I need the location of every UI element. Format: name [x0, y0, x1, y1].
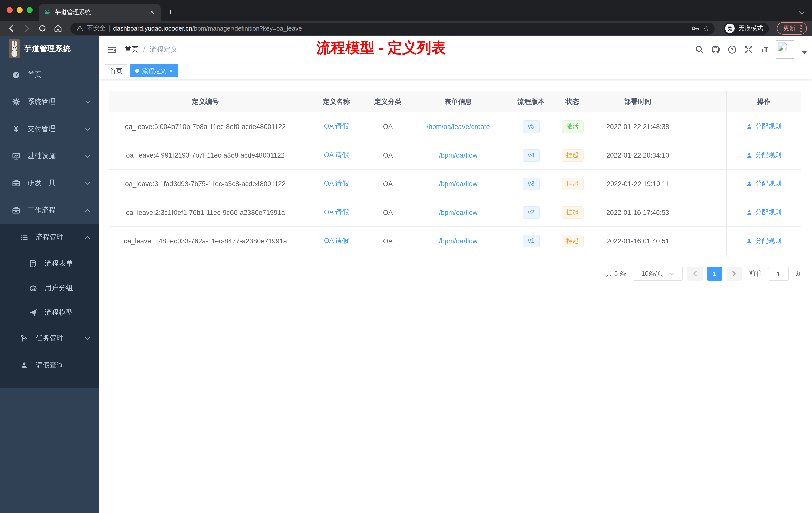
workflow-submenu: 流程管理 流程表单 用户分组	[0, 224, 99, 388]
version-badge: v2	[522, 206, 540, 219]
cell-version: v4	[512, 149, 550, 161]
cell-version: v5	[512, 120, 550, 133]
prev-page-button[interactable]	[688, 267, 702, 280]
tab-title: 芋道管理系统	[55, 8, 145, 16]
browser-tab[interactable]: 芋道管理系统 ×	[39, 3, 161, 21]
github-icon[interactable]	[711, 45, 720, 54]
back-icon[interactable]	[5, 24, 18, 33]
assign-rule-link[interactable]: 分配规则	[746, 208, 781, 217]
tab-close-icon[interactable]: ×	[149, 8, 156, 16]
definition-name-link[interactable]: OA 请假	[324, 237, 349, 244]
sidebar-item-payment[interactable]: ¥ 支付管理	[0, 116, 99, 143]
tab-search-chevron-icon[interactable]	[799, 11, 805, 15]
not-secure-warning-icon[interactable]	[76, 25, 83, 32]
table-row: oa_leave:2:3c1f0ef1-76b1-11ec-9c66-a2380…	[110, 198, 801, 227]
sidebar-item-leave-query[interactable]: 请假查询	[0, 352, 99, 379]
sidebar-item-process-model[interactable]: 流程模型	[0, 300, 99, 325]
chevron-down-icon	[85, 181, 90, 185]
address-bar[interactable]: 不安全 dashboard.yudao.iocoder.cn/bpm/manag…	[70, 22, 715, 34]
screen: 芋道管理系统 × + 不安全 dashboard.yudao.iocoder.c…	[0, 0, 812, 513]
hamburger-icon[interactable]	[99, 44, 124, 55]
browser-update-button[interactable]: 更新	[777, 22, 807, 35]
incognito-badge: 无痕模式	[724, 22, 769, 34]
page-number-1[interactable]: 1	[707, 267, 722, 280]
help-question-icon[interactable]: ?	[727, 45, 736, 54]
form-info-link[interactable]: /bpm/oa/flow	[439, 180, 477, 187]
browser-tab-bar: 芋道管理系统 × +	[0, 0, 812, 21]
definition-name-link[interactable]: OA 请假	[324, 122, 349, 130]
assign-rule-link[interactable]: 分配规则	[746, 122, 781, 131]
goto-page-input[interactable]	[768, 267, 789, 280]
sidebar-item-process-form[interactable]: 流程表单	[0, 251, 99, 276]
page-size-select[interactable]: 10条/页	[633, 267, 683, 280]
sidebar-item-label: 流程表单	[45, 259, 73, 268]
cell-version: v2	[512, 206, 550, 219]
search-icon[interactable]	[695, 45, 703, 54]
url-host: dashboard.yudao.iocoder.cn	[113, 25, 192, 32]
zoom-window-button[interactable]	[27, 7, 33, 13]
status-badge: 挂起	[562, 177, 583, 190]
home-icon[interactable]	[52, 24, 64, 33]
tag-process-definition[interactable]: 流程定义 ×	[130, 64, 178, 77]
cell-category: OA	[372, 237, 404, 245]
cell-category: OA	[372, 151, 404, 159]
form-info-link[interactable]: /bpm/oa/flow	[439, 209, 477, 216]
sidebar-item-task-management[interactable]: 任务管理	[0, 325, 99, 352]
incognito-icon	[725, 24, 735, 33]
definition-name-link[interactable]: OA 请假	[324, 180, 349, 187]
sidebar-item-infrastructure[interactable]: 基础设施	[0, 143, 99, 170]
forward-icon[interactable]	[21, 24, 33, 33]
bookmark-star-icon[interactable]: ☆	[703, 25, 709, 32]
toolbox-icon	[12, 179, 20, 187]
sidebar-item-process-management[interactable]: 流程管理	[0, 224, 99, 251]
sidebar-item-dev-tools[interactable]: 研发工具	[0, 170, 99, 197]
sidebar-item-workflow[interactable]: 工作流程	[0, 197, 99, 224]
password-key-icon[interactable]	[691, 24, 699, 33]
cell-definition-id: oa_leave:2:3c1f0ef1-76b1-11ec-9c66-a2380…	[110, 209, 301, 216]
avatar-dropdown-caret-icon[interactable]	[802, 51, 807, 54]
definition-name-link[interactable]: OA 请假	[324, 208, 349, 216]
assign-rule-link[interactable]: 分配规则	[746, 151, 781, 160]
monitor-icon	[12, 152, 20, 160]
browser-menu-icon[interactable]	[801, 25, 802, 32]
url-text[interactable]: dashboard.yudao.iocoder.cn/bpm/manager/d…	[113, 25, 302, 32]
new-tab-button[interactable]: +	[168, 6, 173, 18]
next-page-button[interactable]	[727, 267, 742, 280]
cell-version: v3	[512, 177, 550, 190]
user-icon	[20, 361, 28, 369]
sidebar-item-home[interactable]: 首页	[0, 61, 99, 88]
dashboard-icon	[12, 71, 20, 79]
fullscreen-icon[interactable]	[744, 45, 753, 54]
form-info-link[interactable]: /bpm/oa/flow	[439, 151, 477, 159]
assign-rule-link[interactable]: 分配规则	[746, 179, 781, 188]
sidebar-item-system[interactable]: 系统管理	[0, 88, 99, 116]
window-controls[interactable]	[6, 7, 33, 13]
definition-table: 定义编号 定义名称 定义分类 表单信息 流程版本 状态 部署时间 操作 oa_l…	[110, 91, 801, 255]
definition-name-link[interactable]: OA 请假	[324, 151, 349, 159]
sidebar: 芋道管理系统 首页 系统管理 ¥ 支付管理	[0, 36, 99, 513]
cell-category: OA	[372, 123, 404, 130]
navbar: 首页 / 流程定义 流程模型 - 定义列表 ?	[99, 36, 812, 63]
form-info-link[interactable]: /bpm/oa/flow	[439, 237, 477, 245]
sidebar-item-user-group[interactable]: 用户分组	[0, 276, 99, 300]
pagination-total: 共 5 条	[606, 269, 626, 278]
col-header-category: 定义分类	[372, 97, 404, 106]
assign-rule-link[interactable]: 分配规则	[746, 236, 781, 245]
reload-icon[interactable]	[36, 24, 49, 33]
sidebar-item-label: 流程管理	[36, 233, 64, 242]
cell-form-info: /bpm/oa/flow	[404, 151, 512, 159]
breadcrumb-home[interactable]: 首页	[124, 45, 139, 54]
avatar[interactable]	[776, 40, 794, 59]
sidebar-item-label: 任务管理	[36, 334, 64, 343]
form-info-link[interactable]: /bpm/oa/leave/create	[427, 123, 490, 130]
cell-actions: 分配规则	[726, 227, 801, 255]
tag-active-dot	[135, 69, 139, 73]
tag-home[interactable]: 首页	[105, 64, 127, 77]
tag-close-icon[interactable]: ×	[169, 68, 173, 74]
minimize-window-button[interactable]	[17, 7, 23, 13]
cell-status: 挂起	[550, 206, 595, 219]
close-window-button[interactable]	[6, 7, 12, 13]
font-size-icon[interactable]: TT	[760, 46, 768, 53]
security-label[interactable]: 不安全	[87, 24, 106, 33]
col-header-form-info: 表单信息	[404, 97, 512, 106]
